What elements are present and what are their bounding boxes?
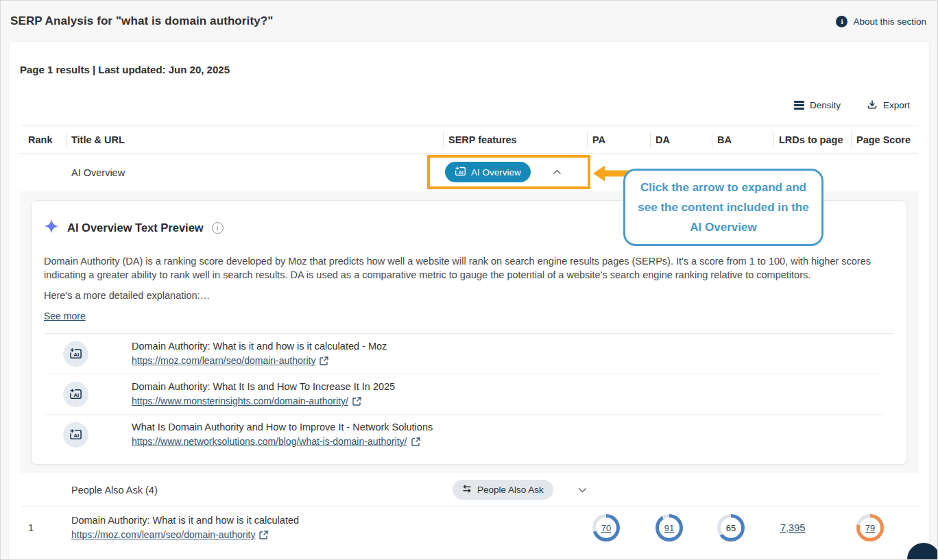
people-also-ask-feature-pill[interactable]: People Also Ask xyxy=(453,480,553,500)
ai-source-row: AI Domain Authority: What It Is and How … xyxy=(44,374,883,415)
tutorial-highlight-box: AI AI Overview xyxy=(427,155,590,189)
density-bars-icon xyxy=(794,99,804,111)
source-title: What Is Domain Authority and How to Impr… xyxy=(132,420,433,435)
serp-analysis-page: SERP Analysis for "what is domain author… xyxy=(0,0,938,560)
results-card: Page 1 results | Last updated: Jun 20, 2… xyxy=(9,42,929,560)
page-title: SERP Analysis for "what is domain author… xyxy=(10,14,273,28)
source-link[interactable]: https://www.monsterinsights.com/domain-a… xyxy=(132,394,348,409)
external-link-icon xyxy=(352,397,361,406)
ai-overview-icon: AI xyxy=(63,422,88,448)
preview-more-line: Here's a more detailed explanation:… xyxy=(44,290,883,301)
density-button[interactable]: Density xyxy=(794,99,841,111)
col-serp-features: SERP features xyxy=(443,126,587,154)
da-score-donut: 91 xyxy=(656,514,683,541)
svg-text:AI: AI xyxy=(73,433,79,439)
da-score-link[interactable]: 91 xyxy=(664,523,674,533)
paa-pill-label: People Also Ask xyxy=(477,485,544,495)
ba-score-donut: 65 xyxy=(717,514,745,541)
ai-source-row: AI What Is Domain Authority and How to I… xyxy=(44,415,883,454)
pa-score-link[interactable]: 70 xyxy=(601,523,611,533)
ai-overview-icon: AI xyxy=(455,166,466,179)
svg-text:AI: AI xyxy=(73,392,79,398)
col-pa: PA xyxy=(587,126,650,154)
col-da: DA xyxy=(650,126,712,154)
about-this-section-button[interactable]: i About this section xyxy=(836,16,926,27)
about-label: About this section xyxy=(853,16,926,27)
page-score-link[interactable]: 79 xyxy=(865,523,875,533)
tutorial-callout-bubble: Click the arrow to expand and see the co… xyxy=(623,169,823,246)
table-header: Rank Title & URL SERP features PA DA BA … xyxy=(20,125,918,154)
preview-paragraph: Domain Authority (DA) is a ranking score… xyxy=(44,254,883,282)
tutorial-callout-text: Click the arrow to expand and see the co… xyxy=(635,178,812,237)
svg-text:AI: AI xyxy=(73,352,79,358)
info-icon[interactable]: i xyxy=(212,222,224,234)
see-more-link[interactable]: See more xyxy=(44,311,86,321)
external-link-icon xyxy=(259,531,268,539)
paa-row-label: People Also Ask (4) xyxy=(66,485,443,496)
page-score-donut: 79 xyxy=(856,514,884,541)
result-row: 1 Domain Authority: What is it and how i… xyxy=(20,507,918,552)
result-link[interactable]: https://moz.com/learn/seo/domain-authori… xyxy=(71,528,255,542)
ai-overview-icon: AI xyxy=(63,382,88,407)
density-label: Density xyxy=(810,100,841,110)
page-header: SERP Analysis for "what is domain author… xyxy=(1,1,937,39)
swap-arrows-icon xyxy=(462,485,472,495)
svg-text:AI: AI xyxy=(459,169,464,175)
external-link-icon xyxy=(411,437,420,446)
source-title: Domain Authority: What It Is and How To … xyxy=(132,380,395,394)
pa-score-donut: 70 xyxy=(592,514,620,541)
ai-overview-feature-pill[interactable]: AI AI Overview xyxy=(445,162,531,182)
source-link[interactable]: https://www.networksolutions.com/blog/wh… xyxy=(132,435,407,449)
table-toolbar: Density Export xyxy=(20,99,918,112)
source-title: Domain Authority: What is it and how is … xyxy=(132,339,387,354)
results-info: Page 1 results | Last updated: Jun 20, 2… xyxy=(20,64,918,75)
download-icon xyxy=(867,99,878,112)
external-link-icon xyxy=(320,356,328,365)
chevron-down-icon xyxy=(578,487,587,493)
export-button[interactable]: Export xyxy=(867,99,910,112)
col-page-score: Page Score xyxy=(851,126,918,154)
people-also-ask-row: People Also Ask (4) People Also Ask xyxy=(20,473,918,507)
source-link[interactable]: https://moz.com/learn/seo/domain-authori… xyxy=(132,354,315,368)
preview-title: AI Overview Text Preview xyxy=(67,221,204,234)
lrds-link[interactable]: 7,395 xyxy=(773,522,805,533)
col-rank: Rank xyxy=(20,126,66,154)
col-ba: BA xyxy=(712,126,773,154)
chevron-up-icon xyxy=(553,169,562,175)
ai-source-row: AI Domain Authority: What is it and how … xyxy=(44,334,883,374)
ba-score-value: 65 xyxy=(726,523,736,533)
sparkle-icon xyxy=(44,219,59,236)
ai-overview-row-label: AI Overview xyxy=(66,167,443,178)
ai-overview-icon: AI xyxy=(63,341,88,367)
result-title: Domain Authority: What is it and how is … xyxy=(71,513,443,528)
ai-overview-pill-label: AI Overview xyxy=(471,167,521,178)
expand-collapse-toggle[interactable] xyxy=(578,487,587,493)
expand-collapse-toggle[interactable] xyxy=(553,169,562,175)
col-title-url: Title & URL xyxy=(66,126,443,154)
info-icon: i xyxy=(836,16,847,27)
export-label: Export xyxy=(883,100,910,110)
result-rank: 1 xyxy=(20,522,66,533)
col-lrds: LRDs to page xyxy=(773,126,851,154)
